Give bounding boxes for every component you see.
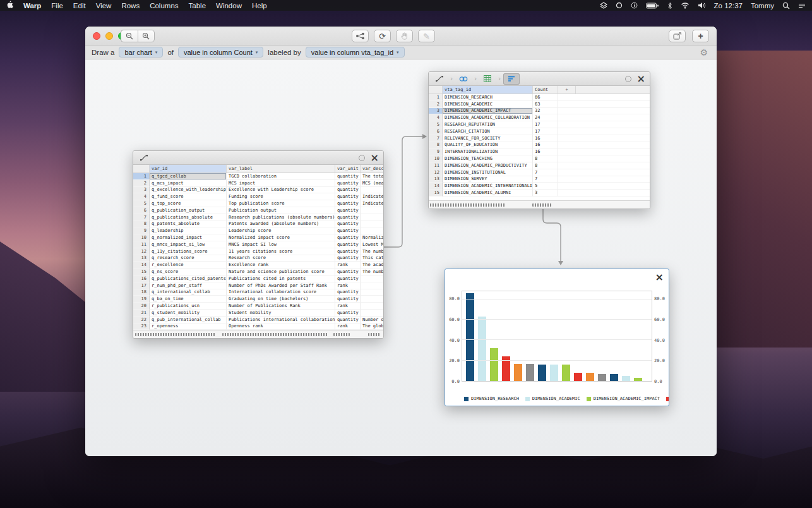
- cell-plus[interactable]: [558, 169, 650, 176]
- cell-vta_tag_id[interactable]: DIMENSION_ACADEMIC_IMPACT: [443, 108, 533, 115]
- cell-var_label[interactable]: 11 years citations score: [227, 248, 335, 255]
- volume-icon[interactable]: [698, 2, 706, 9]
- cell-var_label[interactable]: MCS impact: [227, 180, 335, 187]
- row-number[interactable]: 8: [133, 221, 150, 228]
- row-number[interactable]: 1: [429, 94, 443, 101]
- cell-var_descri[interactable]: The number: [361, 248, 383, 255]
- cell-var_descri[interactable]: Indicates t: [361, 200, 383, 207]
- row-number[interactable]: 13: [133, 255, 150, 262]
- cell-var_descri[interactable]: The academi: [361, 262, 383, 269]
- cell-var_id[interactable]: r_openness: [150, 324, 227, 330]
- cell-var_descri[interactable]: [361, 221, 383, 228]
- cell-var_label[interactable]: Funding score: [227, 193, 335, 200]
- cell-var_id[interactable]: q_mcs_impact: [150, 180, 227, 187]
- curve-source-icon[interactable]: [136, 152, 152, 164]
- cell-var_unit[interactable]: quantity: [335, 180, 361, 187]
- cell-var_descri[interactable]: Normalized: [361, 234, 383, 241]
- cell-vta_tag_id[interactable]: DIMENSION_ACADEMIC: [443, 101, 533, 108]
- scrubber-handle[interactable]: [135, 333, 216, 336]
- close-window-button[interactable]: [93, 32, 100, 40]
- cell-var_id[interactable]: q_student_mobility: [150, 310, 227, 317]
- row-number[interactable]: 5: [133, 200, 150, 207]
- cell-var_label[interactable]: Publications international collaboration: [227, 317, 335, 324]
- variables-panel-titlebar[interactable]: ×: [133, 151, 383, 165]
- cell-var_id[interactable]: q_international_collab: [150, 289, 227, 296]
- cell-var_id[interactable]: q_tgcd_collab: [150, 173, 227, 180]
- close-icon[interactable]: ×: [371, 154, 379, 162]
- cell-count[interactable]: 8: [533, 162, 558, 169]
- cell-vta_tag_id[interactable]: DIMENSION_ACADEMIC_COLLABORATION: [443, 114, 533, 121]
- row-number[interactable]: 12: [133, 248, 150, 255]
- chart-type-dropdown[interactable]: bar chart ▾: [119, 47, 163, 57]
- hand-pan-button[interactable]: [396, 30, 413, 42]
- label-column-dropdown[interactable]: value in column vta_tag_id ▾: [306, 47, 405, 57]
- row-number[interactable]: 7: [429, 135, 443, 142]
- cell-vta_tag_id[interactable]: DIMENSION_ACADEMIC_ALUMNI: [443, 190, 533, 197]
- cell-vta_tag_id[interactable]: DIMENSION_TEACHING: [443, 155, 533, 162]
- gear-icon[interactable]: ⚙: [700, 47, 708, 57]
- cell-vta_tag_id[interactable]: RESEARCH_REPUTATION: [443, 121, 533, 128]
- cell-var_descri[interactable]: [361, 275, 383, 282]
- menu-rows[interactable]: Rows: [121, 2, 140, 9]
- table-step-icon[interactable]: [479, 73, 496, 85]
- apple-icon[interactable]: [6, 1, 13, 10]
- cell-plus[interactable]: [558, 114, 650, 121]
- cell-plus[interactable]: [558, 190, 650, 197]
- cell-var_label[interactable]: TGCD collaboration: [227, 173, 335, 180]
- bar-QUALITY_OF_EDUCATION[interactable]: [550, 365, 558, 381]
- cell-var_unit[interactable]: rank: [335, 303, 361, 310]
- bar-RESEARCH_REPUTATION[interactable]: [514, 364, 522, 381]
- cell-var_label[interactable]: Graduating on time (bachelors): [227, 296, 335, 303]
- cell-var_unit[interactable]: quantity: [335, 187, 361, 194]
- column-header-var-label[interactable]: var_label: [227, 165, 335, 172]
- bar-DIMENSION_TEACHING[interactable]: [574, 373, 582, 381]
- target-toggle-icon[interactable]: [625, 76, 631, 82]
- cell-var_id[interactable]: q_normalized_impact: [150, 234, 227, 241]
- cell-var_descri[interactable]: [361, 282, 383, 289]
- cell-var_unit[interactable]: quantity: [335, 207, 361, 214]
- row-number[interactable]: 6: [133, 207, 150, 214]
- cell-var_id[interactable]: q_ns_score: [150, 269, 227, 275]
- column-header-vta-tag-id[interactable]: vta_tag_id: [443, 86, 533, 94]
- cell-var_label[interactable]: Patents awarded (absolute numbers): [227, 221, 335, 228]
- row-number[interactable]: 9: [429, 148, 443, 155]
- row-number[interactable]: 22: [133, 317, 150, 324]
- bar-DIMENSION_RESEARCH[interactable]: [466, 293, 474, 381]
- cell-var_id[interactable]: q_excellence_with_leadership: [150, 187, 227, 194]
- cell-var_unit[interactable]: rank: [335, 324, 361, 330]
- battery-icon[interactable]: [646, 3, 659, 9]
- cell-var_descri[interactable]: [361, 296, 383, 303]
- cell-var_label[interactable]: Number of PhDs Awarded per Staff Rank: [227, 282, 335, 289]
- cell-plus[interactable]: [558, 108, 650, 115]
- row-number[interactable]: 10: [133, 234, 150, 241]
- bluetooth-icon[interactable]: [667, 2, 672, 9]
- menu-columns[interactable]: Columns: [150, 2, 178, 9]
- cell-var_descri[interactable]: [361, 187, 383, 194]
- scrubber-handle[interactable]: [333, 333, 350, 336]
- cell-var_id[interactable]: q_pub_international_collab: [150, 317, 227, 324]
- bar-RELEVANCE_FOR_SOCIETY[interactable]: [538, 365, 546, 381]
- bar-DIMENSION_ACADEMIC_ALUMNI[interactable]: [634, 378, 642, 381]
- cell-vta_tag_id[interactable]: DIMENSION_INSTITUTIONAL: [443, 169, 533, 176]
- cell-var_id[interactable]: r_excellence: [150, 262, 227, 269]
- row-number[interactable]: 7: [133, 214, 150, 221]
- column-header-var-id[interactable]: var_id: [150, 165, 227, 172]
- link-step-icon[interactable]: [455, 73, 472, 85]
- cell-var_id[interactable]: q_publications_cited_patents: [150, 275, 227, 282]
- cell-vta_tag_id[interactable]: DIMENSION_ACADEMIC_PRODUCTIVITY: [443, 162, 533, 169]
- cell-var_unit[interactable]: quantity: [335, 289, 361, 296]
- cell-count[interactable]: 63: [533, 101, 558, 108]
- cell-var_id[interactable]: q_mncs_impact_si_low: [150, 241, 227, 248]
- row-number[interactable]: 3: [133, 187, 150, 194]
- cell-var_unit[interactable]: rank: [335, 282, 361, 289]
- cell-var_unit[interactable]: quantity: [335, 173, 361, 180]
- row-number[interactable]: 11: [133, 241, 150, 248]
- cell-count[interactable]: 3: [533, 190, 558, 197]
- cell-var_label[interactable]: Openness rank: [227, 324, 335, 330]
- export-window-button[interactable]: [669, 30, 686, 42]
- dropbox-icon[interactable]: [600, 2, 607, 9]
- column-header-var-unit[interactable]: var_unit: [335, 165, 361, 172]
- row-number[interactable]: 11: [429, 162, 443, 169]
- row-number[interactable]: 16: [133, 275, 150, 282]
- cell-var_unit[interactable]: quantity: [335, 255, 361, 262]
